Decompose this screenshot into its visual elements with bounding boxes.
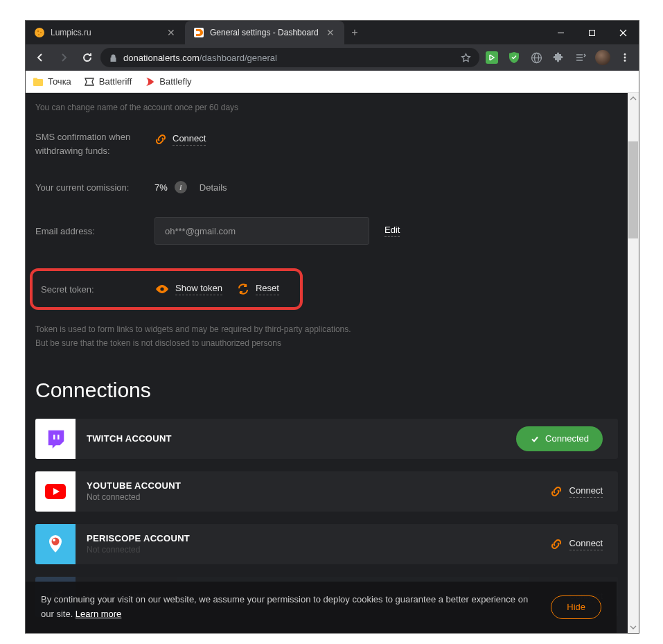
tab-title: Lumpics.ru — [51, 28, 160, 37]
extension-icon[interactable] — [482, 48, 502, 67]
reset-token-button[interactable]: Reset — [256, 283, 279, 295]
connections-title: Connections — [35, 378, 618, 402]
secret-token-highlight: Secret token: Show token Reset — [30, 268, 303, 310]
folder-icon — [33, 76, 44, 87]
link-icon — [550, 538, 563, 550]
svg-rect-23 — [58, 435, 60, 440]
connect-label: Connect — [569, 538, 603, 550]
twitch-icon — [35, 419, 76, 459]
forward-button[interactable] — [53, 47, 74, 68]
svg-point-1 — [37, 31, 39, 32]
connection-name: YOUTUBE ACCOUNT — [87, 480, 550, 491]
svg-rect-20 — [33, 78, 37, 80]
address-bar[interactable]: donationalerts.com/dashboard/general — [100, 48, 479, 67]
star-icon[interactable] — [461, 53, 471, 63]
sms-label: SMS confirmation when withdrawing funds: — [35, 130, 154, 157]
svg-rect-9 — [486, 51, 498, 64]
connection-periscope: PERISCOPE ACCOUNT Not connected Connect — [35, 524, 618, 564]
url-text: donationalerts.com/dashboard/general — [123, 53, 277, 63]
email-label: Email address: — [35, 226, 154, 236]
browser-toolbar: donationalerts.com/dashboard/general — [26, 44, 639, 71]
back-button[interactable] — [30, 47, 51, 68]
eye-icon — [154, 284, 170, 295]
scroll-up-icon[interactable] — [628, 93, 639, 104]
viewport: You can change name of the account once … — [26, 93, 639, 633]
connection-name: TWITCH ACCOUNT — [87, 433, 516, 444]
browser-window: Lumpics.ru ✕ General settings - Dashboar… — [26, 21, 639, 633]
connected-badge: Connected — [516, 426, 603, 451]
globe-icon[interactable] — [527, 48, 546, 67]
bookmark-item[interactable]: Точка — [33, 76, 71, 87]
learn-more-link[interactable]: Learn more — [76, 609, 121, 619]
profile-avatar[interactable] — [593, 48, 612, 67]
svg-point-16 — [624, 53, 626, 55]
svg-rect-22 — [53, 435, 55, 440]
scroll-down-icon[interactable] — [628, 622, 639, 633]
check-icon — [530, 434, 540, 444]
cookie-banner: By continuing your visit on our website,… — [26, 582, 617, 633]
svg-point-0 — [35, 28, 44, 37]
cookie-text: By continuing your visit on our website,… — [41, 593, 537, 622]
close-window-button[interactable] — [608, 21, 639, 44]
name-change-hint: You can change name of the account once … — [35, 103, 618, 112]
connect-youtube-button[interactable]: Connect — [550, 485, 603, 498]
connection-youtube: YOUTUBE ACCOUNT Not connected Connect — [35, 471, 618, 512]
reading-list-icon[interactable] — [571, 48, 590, 67]
svg-point-21 — [160, 287, 163, 290]
token-label: Secret token: — [41, 284, 154, 295]
svg-point-26 — [53, 539, 55, 541]
bookmark-label: Battlefly — [159, 76, 191, 87]
minimize-button[interactable] — [545, 21, 576, 44]
browser-titlebar: Lumpics.ru ✕ General settings - Dashboar… — [26, 21, 639, 44]
link-icon — [550, 485, 563, 498]
bookmark-label: Точка — [48, 76, 71, 87]
link-icon — [154, 133, 167, 146]
details-link[interactable]: Details — [200, 182, 227, 193]
maximize-button[interactable] — [576, 21, 608, 44]
svg-point-3 — [38, 34, 39, 35]
bookmark-icon — [144, 76, 155, 87]
email-row: Email address: Edit — [35, 217, 618, 245]
commission-value: 7% — [154, 182, 168, 193]
svg-point-2 — [40, 32, 42, 33]
browser-tab-dashboard[interactable]: General settings - Dashboard ✕ — [185, 21, 344, 44]
connect-label: Connect — [569, 485, 603, 498]
close-icon[interactable]: ✕ — [325, 27, 336, 38]
connection-name: PERISCOPE ACCOUNT — [87, 533, 550, 543]
periscope-icon — [35, 524, 76, 564]
browser-tab-lumpics[interactable]: Lumpics.ru ✕ — [26, 21, 185, 44]
hide-cookie-button[interactable]: Hide — [551, 595, 601, 619]
favicon-lumpics — [34, 27, 45, 38]
menu-icon[interactable] — [615, 48, 635, 67]
svg-point-18 — [624, 60, 626, 62]
tab-title: General settings - Dashboard — [210, 28, 319, 37]
new-tab-button[interactable]: + — [344, 21, 365, 44]
connect-sms-button[interactable]: Connect — [173, 133, 206, 146]
bookmark-item[interactable]: Battlefly — [144, 76, 191, 87]
info-icon[interactable]: i — [175, 181, 187, 193]
lock-icon — [109, 53, 118, 62]
bookmark-item[interactable]: Battleriff — [84, 76, 132, 87]
commission-row: Your current comission: 7% i Details — [35, 181, 618, 193]
scrollbar-thumb[interactable] — [628, 141, 638, 238]
scrollbar-track[interactable] — [628, 93, 639, 633]
bookmark-label: Battleriff — [99, 76, 132, 87]
reset-icon — [236, 282, 250, 296]
edit-email-button[interactable]: Edit — [384, 225, 400, 237]
window-controls — [545, 21, 639, 44]
connection-status: Not connected — [87, 545, 550, 555]
token-note: Token is used to form links to widgets a… — [35, 322, 618, 351]
svg-rect-6 — [590, 30, 595, 35]
shield-icon[interactable] — [504, 48, 524, 67]
reload-button[interactable] — [77, 47, 98, 68]
favicon-donationalerts — [193, 27, 204, 38]
svg-point-17 — [624, 57, 626, 59]
email-input[interactable] — [154, 217, 369, 245]
close-icon[interactable]: ✕ — [166, 27, 177, 38]
bookmark-icon — [84, 76, 95, 87]
connect-periscope-button[interactable]: Connect — [550, 538, 603, 550]
show-token-button[interactable]: Show token — [175, 283, 222, 295]
page-content: You can change name of the account once … — [26, 93, 628, 633]
extensions-icon[interactable] — [549, 48, 568, 67]
bookmarks-bar: Точка Battleriff Battlefly — [26, 71, 639, 93]
